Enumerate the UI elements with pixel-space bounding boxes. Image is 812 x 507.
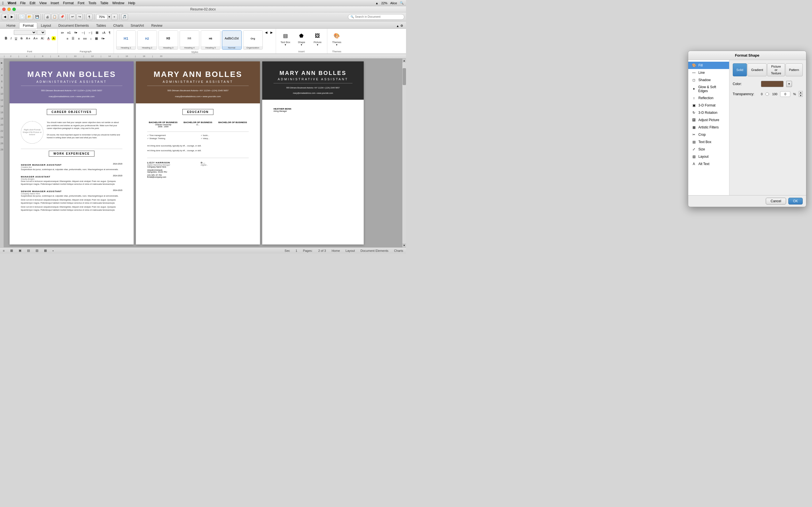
ribbon-options-icon[interactable]: ⚙ — [400, 24, 403, 27]
tab-tables[interactable]: Tables — [93, 22, 110, 29]
left-icon-1[interactable]: 2 — [0, 66, 4, 72]
style-heading3[interactable]: H3 Heading 3 — [158, 31, 178, 50]
close-button[interactable] — [2, 8, 6, 11]
clear-format-button[interactable]: A⃝ — [40, 36, 45, 41]
tab-review[interactable]: Review — [147, 22, 166, 29]
forward-button[interactable]: ▶ — [9, 14, 15, 20]
style-heading4[interactable]: H4 Heading 4 — [180, 31, 199, 50]
style-heading1[interactable]: H1 Heading 1 — [116, 31, 136, 50]
styles-next-button[interactable]: ▶ — [269, 30, 274, 35]
decrease-indent-button[interactable]: ←| — [87, 30, 94, 35]
italic-button[interactable]: I — [9, 36, 13, 41]
line-spacing-button[interactable]: ↕ — [89, 36, 93, 41]
left-icon-5[interactable]: 10 — [0, 91, 4, 97]
apple-menu[interactable]:  — [2, 1, 4, 5]
tab-home-bottom[interactable]: Home — [332, 249, 340, 252]
insert-shape[interactable]: ⬟ Shape ▼ — [294, 30, 309, 49]
insert-textbox[interactable]: ▤ Text Box ▼ — [278, 30, 293, 49]
style-organization[interactable]: Org Organization — [243, 31, 263, 50]
new-doc-button[interactable]: 📄 — [18, 14, 26, 20]
left-icon-6[interactable]: 12 — [0, 97, 4, 103]
menubar-table[interactable]: Table — [100, 1, 108, 5]
view-icon-5[interactable]: ▧ — [36, 249, 38, 252]
search-icon[interactable]: 🔍 — [400, 1, 404, 5]
increase-indent-button[interactable]: →| — [80, 30, 86, 35]
font-size-select[interactable] — [37, 30, 45, 35]
view-icon-1[interactable]: ≡ — [3, 249, 4, 252]
view-icon-6[interactable]: ▩ — [44, 249, 47, 252]
tab-charts-bottom[interactable]: Charts — [394, 249, 403, 252]
styles-prev-button[interactable]: ◀ — [264, 30, 269, 35]
menubar-help[interactable]: Help — [128, 1, 135, 5]
borders-button[interactable]: ▦ — [94, 30, 100, 35]
align-left-button[interactable]: ≡ — [65, 36, 70, 41]
left-icon-10[interactable]: 20 — [0, 122, 4, 128]
tab-smartart[interactable]: SmartArt — [127, 22, 147, 29]
bullets-button[interactable]: ≡• — [59, 30, 65, 35]
underline-button[interactable]: U — [13, 36, 18, 41]
maximize-button[interactable] — [12, 8, 16, 11]
back-button[interactable]: ◀ — [2, 14, 8, 20]
redo-button[interactable]: ↪ — [77, 14, 83, 20]
themes-button[interactable]: 🎨 Themes ▼ — [329, 30, 345, 49]
zoom-plus-button[interactable]: ＋ — [111, 14, 117, 20]
menubar-insert[interactable]: Insert — [50, 1, 59, 5]
search-input[interactable] — [355, 15, 395, 18]
menubar-font[interactable]: Font — [78, 1, 84, 5]
tab-layout[interactable]: Layout — [37, 22, 55, 29]
left-icon-12[interactable]: 24 — [0, 134, 4, 140]
multilevel-button[interactable]: ≡▸ — [100, 36, 106, 41]
left-icon-7[interactable]: 14 — [0, 103, 4, 109]
subscript-button[interactable]: Aa — [32, 36, 39, 41]
tab-home[interactable]: Home — [3, 22, 19, 29]
menubar-edit[interactable]: Edit — [30, 1, 36, 5]
align-right-button[interactable]: ≡ — [77, 36, 81, 41]
zoom-dropdown-icon[interactable]: ▼ — [108, 15, 110, 18]
bold-button[interactable]: B — [3, 36, 9, 41]
view-icon-3[interactable]: ▣ — [18, 249, 21, 252]
para-marks-button[interactable]: ¶ — [86, 14, 93, 20]
scrollbar[interactable]: ▲ ▼ — [402, 59, 406, 247]
save-button[interactable]: 💾 — [34, 14, 41, 20]
left-icon-2[interactable]: 4 — [0, 72, 4, 78]
view-icon-7[interactable]: ▪ — [52, 249, 54, 252]
style-heading2[interactable]: H2 Heading 2 — [137, 31, 157, 50]
view-icon-2[interactable]: ▦ — [10, 249, 13, 252]
highlight-button[interactable]: A — [52, 36, 56, 40]
left-icon-pointer[interactable]: ▶ — [0, 60, 4, 66]
minimize-button[interactable] — [7, 8, 11, 11]
menubar-tools[interactable]: Tools — [88, 1, 96, 5]
tab-doc-elem-bottom[interactable]: Document Elements — [361, 249, 389, 252]
left-icon-11[interactable]: 22 — [0, 128, 4, 134]
menubar-word[interactable]: Word — [8, 1, 16, 5]
document-canvas[interactable]: MARY ANN BOLLES ADMINISTRATIVE ASSISTANT… — [4, 59, 402, 247]
menubar-window[interactable]: Window — [112, 1, 124, 5]
scroll-up-button[interactable]: ▲ — [402, 59, 406, 62]
ribbon-collapse-icon[interactable]: ▲ — [396, 24, 399, 27]
menubar-view[interactable]: View — [40, 1, 47, 5]
zoom-input[interactable] — [96, 14, 107, 20]
tab-charts[interactable]: Charts — [110, 22, 127, 29]
tab-document-elements[interactable]: Document Elements — [55, 22, 93, 29]
scroll-track[interactable] — [402, 62, 406, 243]
open-button[interactable]: 📂 — [26, 14, 33, 20]
scroll-thumb[interactable] — [403, 68, 406, 85]
left-icon-3[interactable]: 6 — [0, 78, 4, 84]
copy-button[interactable]: 📋 — [51, 14, 58, 20]
justify-button[interactable]: ≡≡ — [82, 36, 88, 41]
font-color-button[interactable]: A — [46, 36, 51, 41]
style-normal[interactable]: AaBbCcDd Normal — [222, 31, 242, 50]
menubar-format[interactable]: Format — [63, 1, 73, 5]
left-icon-13[interactable]: 26 — [0, 140, 4, 146]
view-icon-4[interactable]: ▤ — [27, 249, 30, 252]
superscript-button[interactable]: Aa — [24, 36, 31, 41]
scroll-down-button[interactable]: ▼ — [402, 243, 406, 247]
tab-format[interactable]: Format — [19, 22, 37, 29]
strikethrough-button[interactable]: S — [19, 36, 24, 41]
font-family-select[interactable] — [14, 30, 36, 35]
left-icon-9[interactable]: 18 — [0, 116, 4, 121]
left-icon-4[interactable]: 8 — [0, 85, 4, 91]
left-icon-8[interactable]: 16 — [0, 110, 4, 115]
print-button[interactable]: 🖨 — [44, 14, 50, 20]
show-para-button[interactable]: ¶ — [107, 30, 112, 35]
